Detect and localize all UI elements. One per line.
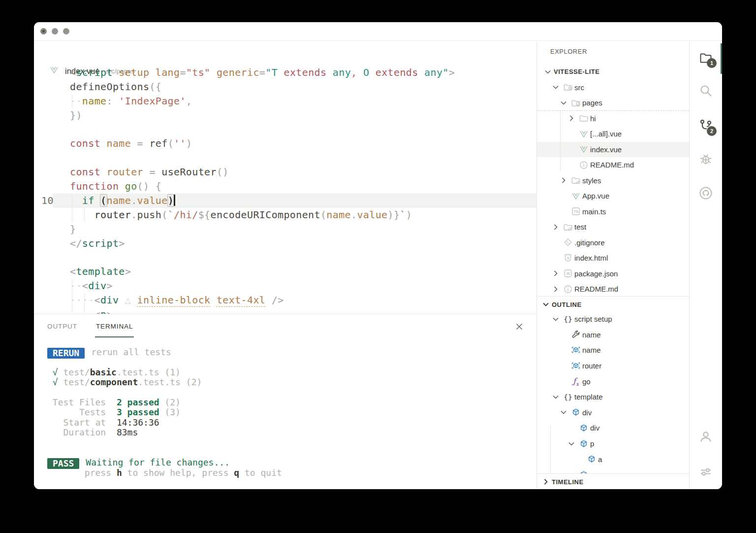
tree-item-div[interactable]: div bbox=[537, 405, 689, 421]
tree-item-label: template bbox=[574, 393, 603, 401]
account-icon[interactable] bbox=[698, 429, 713, 444]
folder-icon bbox=[577, 113, 590, 123]
campsite-icon: △ bbox=[125, 294, 131, 306]
search-icon[interactable] bbox=[698, 83, 713, 98]
code-token: value bbox=[137, 195, 168, 206]
close-panel-icon[interactable] bbox=[514, 321, 525, 332]
chevron-down-icon[interactable] bbox=[550, 82, 562, 92]
minimize-window-button[interactable] bbox=[52, 28, 58, 34]
text-cursor bbox=[174, 195, 175, 206]
terminal-line: press h to show help, press q to quit bbox=[47, 468, 536, 478]
code-line[interactable]: ····<div △ inline-block text-4xl /> bbox=[34, 293, 536, 307]
chevron-down-icon[interactable] bbox=[550, 314, 562, 324]
tree-item-template[interactable]: {}template bbox=[537, 389, 689, 405]
zoom-window-button[interactable] bbox=[63, 28, 69, 34]
chevron-right-icon[interactable] bbox=[558, 175, 569, 185]
tree-item-a[interactable]: a bbox=[537, 451, 689, 467]
tree-item-go[interactable]: ƒxgo bbox=[537, 373, 689, 389]
terminal-line bbox=[47, 388, 536, 398]
chevron-right-icon[interactable] bbox=[550, 268, 562, 278]
braces-icon: {} bbox=[562, 392, 574, 402]
tree-item-router[interactable]: router bbox=[537, 358, 689, 374]
tree-item-label: VITESSE-LITE bbox=[554, 68, 599, 75]
tree-item-index.html[interactable]: 5index.html bbox=[537, 250, 689, 266]
code-line[interactable]: <template> bbox=[34, 265, 536, 279]
tree-item-label: App.vue bbox=[582, 192, 609, 200]
tree-item-src[interactable]: src bbox=[537, 80, 689, 96]
debug-icon[interactable] bbox=[698, 151, 713, 166]
github-icon[interactable] bbox=[698, 186, 713, 200]
code-line[interactable]: ··name: 'IndexPage', bbox=[34, 94, 536, 108]
close-window-button[interactable] bbox=[40, 28, 47, 34]
tree-item-name[interactable]: name bbox=[537, 342, 689, 358]
code-token: defineOptions bbox=[70, 81, 149, 93]
tree-item-.gitignore[interactable]: .gitignore bbox=[537, 235, 689, 251]
code-token: > bbox=[449, 67, 455, 78]
tree-item-readme.md[interactable]: README.md bbox=[537, 281, 689, 297]
chevron-down-icon[interactable] bbox=[542, 67, 554, 77]
timeline-section-header[interactable]: TIMELINE bbox=[537, 473, 689, 489]
source-control-icon[interactable]: 2 bbox=[698, 118, 713, 133]
code-line[interactable]: ····<p> bbox=[34, 307, 536, 314]
svg-text:TS: TS bbox=[573, 210, 578, 214]
tree-item-p[interactable]: p bbox=[537, 436, 689, 452]
code-line[interactable] bbox=[34, 123, 536, 137]
code-line[interactable] bbox=[34, 251, 536, 265]
code-line[interactable]: defineOptions({ bbox=[34, 80, 536, 94]
tree-item-vitesse-lite[interactable]: VITESSE-LITE bbox=[537, 64, 689, 80]
terminal-text: Duration bbox=[47, 427, 117, 437]
code-token: : bbox=[106, 95, 112, 107]
chevron-right-icon[interactable] bbox=[550, 222, 562, 232]
code-token: script bbox=[82, 237, 119, 249]
bottom-panel: OUTPUT TERMINAL RERUNrerun all tests √ t… bbox=[34, 314, 536, 489]
chevron-down-icon[interactable] bbox=[550, 392, 562, 402]
tab-output[interactable]: OUTPUT bbox=[47, 314, 77, 338]
chevron-down-icon[interactable] bbox=[558, 407, 569, 417]
info-icon bbox=[577, 160, 590, 170]
folder-src-icon bbox=[562, 82, 574, 92]
chevron-right-icon[interactable] bbox=[550, 284, 562, 294]
code-token: ) bbox=[168, 195, 174, 206]
chevron-down-icon[interactable] bbox=[566, 439, 577, 449]
tree-item-name[interactable]: name bbox=[537, 327, 689, 343]
code-token: go bbox=[125, 180, 137, 192]
terminal-text: 2 passed bbox=[117, 397, 159, 407]
code-token: } bbox=[70, 223, 76, 235]
tree-item-main.ts[interactable]: TSmain.ts bbox=[537, 204, 689, 220]
terminal-line: PASSWaiting for file changes... bbox=[47, 458, 536, 467]
outline-section-header[interactable]: OUTLINE bbox=[537, 296, 689, 312]
tree-item-app.vue[interactable]: App.vue bbox=[537, 188, 689, 204]
code-line[interactable] bbox=[34, 151, 536, 165]
tree-item-package.json[interactable]: JSpackage.json bbox=[537, 266, 689, 282]
tree-item-test[interactable]: test bbox=[537, 219, 689, 235]
tree-item-div[interactable]: div bbox=[537, 420, 689, 436]
code-line[interactable]: const name = ref('') bbox=[34, 136, 536, 151]
code-line[interactable]: } bbox=[34, 222, 536, 236]
tree-item-script-setup[interactable]: {}script setup bbox=[537, 311, 689, 327]
code-line[interactable]: }) bbox=[34, 108, 536, 123]
code-token: value bbox=[357, 209, 387, 221]
code-line[interactable]: router.push(`/hi/${encodeURIComponent(na… bbox=[34, 208, 536, 222]
code-editor[interactable]: index.vue src/pages <script setup lang="… bbox=[34, 41, 536, 314]
files-icon[interactable]: 1 bbox=[698, 50, 713, 65]
code-line[interactable]: const router = useRouter() bbox=[34, 165, 536, 179]
chevron-down-icon[interactable] bbox=[558, 98, 569, 108]
settings-icon[interactable] bbox=[698, 465, 713, 479]
tree-item-pages[interactable]: pages bbox=[537, 95, 689, 111]
code-line[interactable]: ··<div> bbox=[34, 279, 536, 293]
code-area[interactable]: <script setup lang="ts" generic="T exten… bbox=[34, 66, 536, 314]
code-token bbox=[211, 294, 217, 306]
chevron-spacer bbox=[550, 253, 562, 263]
code-token: > bbox=[106, 280, 112, 292]
chevron-right-icon[interactable] bbox=[566, 113, 577, 123]
code-line[interactable]: 10 if (name.value) bbox=[34, 194, 536, 208]
terminal-output[interactable]: RERUNrerun all tests √ test/basic.test.t… bbox=[47, 347, 536, 478]
code-line[interactable]: function go() { bbox=[34, 179, 536, 194]
activity-bar: 12 bbox=[689, 41, 722, 489]
tab-terminal[interactable]: TERMINAL bbox=[96, 314, 133, 338]
code-line[interactable]: </script> bbox=[34, 236, 536, 251]
code-token bbox=[156, 166, 161, 178]
tree-item-styles[interactable]: styles bbox=[537, 173, 689, 189]
code-line[interactable]: <script setup lang="ts" generic="T exten… bbox=[34, 66, 536, 80]
titlebar[interactable] bbox=[34, 22, 722, 41]
